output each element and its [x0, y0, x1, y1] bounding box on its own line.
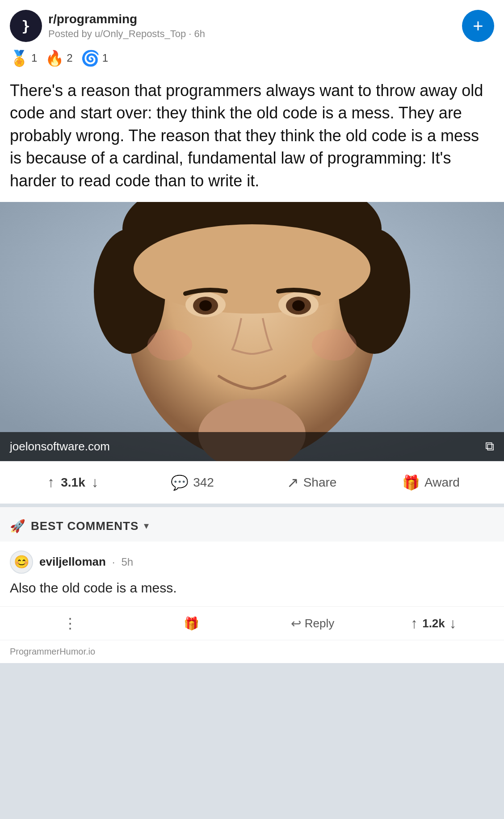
post-text: There's a reason that programmers always… — [10, 80, 494, 192]
comments-icon: 💬 — [171, 474, 189, 491]
vote-section: ↑ 3.1k ↓ — [13, 474, 133, 491]
comment-reply-action[interactable]: ↩ Reply — [252, 616, 373, 631]
post-body: There's a reason that programmers always… — [0, 76, 504, 202]
post-image-container[interactable]: joelonsoftware.com ⧉ — [0, 202, 504, 461]
comment-actions: ⋮ 🎁 ↩ Reply ↑ 1.2k ↓ — [0, 606, 504, 640]
upvote-button[interactable]: ↑ — [47, 474, 55, 491]
comments-section: 🚀 BEST COMMENTS ▾ 😊 eviljelloman · 5h Al… — [0, 504, 504, 640]
comment-header: 😊 eviljelloman · 5h — [10, 550, 494, 574]
comment-vote-count: 1.2k — [422, 617, 445, 630]
subreddit-name[interactable]: r/programming — [48, 12, 205, 26]
award-emoji-3: 🌀 — [81, 49, 100, 67]
svg-point-12 — [147, 329, 192, 361]
award-label: Award — [424, 475, 460, 490]
best-comments-header: 🚀 BEST COMMENTS ▾ — [0, 507, 504, 542]
award-item-2[interactable]: 🔥 2 — [45, 49, 72, 67]
comment-avatar[interactable]: 😊 — [10, 550, 33, 574]
share-icon: ↗ — [287, 474, 299, 491]
subreddit-icon-text: } — [21, 17, 30, 34]
comments-action[interactable]: 💬 342 — [133, 474, 252, 491]
downvote-button[interactable]: ↓ — [92, 474, 99, 491]
external-link-icon[interactable]: ⧉ — [485, 439, 494, 454]
awards-row: 🏅 1 🔥 2 🌀 1 — [0, 49, 504, 76]
add-button[interactable]: + — [462, 10, 494, 42]
post-header-left: } r/programming Posted by u/Only_Reposts… — [10, 10, 205, 42]
svg-point-11 — [292, 300, 305, 311]
face-svg — [0, 202, 504, 461]
add-icon: + — [473, 17, 483, 35]
svg-point-5 — [134, 224, 370, 314]
comment-downvote-button[interactable]: ↓ — [449, 615, 457, 632]
sort-icon: 🚀 — [10, 519, 25, 533]
post-meta: r/programming Posted by u/Only_Reposts_T… — [48, 12, 205, 40]
comment-upvote-button[interactable]: ↑ — [411, 615, 418, 632]
comment-age: 5h — [122, 556, 134, 568]
svg-point-13 — [312, 329, 357, 361]
reply-label: Reply — [305, 617, 334, 630]
comment-username[interactable]: eviljelloman — [39, 555, 106, 569]
svg-point-8 — [199, 300, 212, 311]
source-url[interactable]: joelonsoftware.com — [10, 440, 110, 454]
award-action[interactable]: 🎁 Award — [371, 474, 491, 491]
award-count-1: 1 — [31, 52, 37, 64]
best-comments-label[interactable]: BEST COMMENTS — [31, 519, 139, 533]
comment-avatar-icon: 😊 — [14, 554, 29, 569]
comment-award-action[interactable]: 🎁 — [131, 616, 252, 631]
reply-icon: ↩ — [291, 616, 301, 631]
award-item-1[interactable]: 🏅 1 — [10, 49, 37, 67]
footer-bar: ProgrammerHumor.io — [0, 640, 504, 663]
comments-count: 342 — [193, 475, 214, 490]
comment-time: · — [112, 556, 115, 568]
comment-text: Also the old code is a mess. — [10, 578, 494, 598]
comment-item: 😊 eviljelloman · 5h Also the old code is… — [0, 542, 504, 607]
award-item-3[interactable]: 🌀 1 — [81, 49, 108, 67]
comment-award-icon: 🎁 — [184, 616, 199, 631]
comment-more-options[interactable]: ⋮ — [10, 615, 131, 632]
post-image — [0, 202, 504, 461]
footer-brand: ProgrammerHumor.io — [10, 647, 95, 656]
comment-vote-section: ↑ 1.2k ↓ — [373, 615, 494, 632]
image-overlay: joelonsoftware.com ⧉ — [0, 432, 504, 461]
more-options-icon: ⋮ — [63, 615, 78, 632]
award-count-3: 1 — [102, 52, 108, 64]
award-count-2: 2 — [67, 52, 72, 64]
award-emoji-1: 🏅 — [10, 49, 29, 67]
post-card: } r/programming Posted by u/Only_Reposts… — [0, 0, 504, 663]
post-header: } r/programming Posted by u/Only_Reposts… — [0, 0, 504, 49]
share-label: Share — [303, 475, 337, 490]
award-emoji-2: 🔥 — [45, 49, 64, 67]
award-icon: 🎁 — [402, 474, 420, 491]
vote-count: 3.1k — [61, 475, 85, 490]
action-bar: ↑ 3.1k ↓ 💬 342 ↗ Share 🎁 Award — [0, 461, 504, 504]
subreddit-icon[interactable]: } — [10, 10, 42, 42]
sort-dropdown-icon[interactable]: ▾ — [144, 520, 149, 532]
share-action[interactable]: ↗ Share — [252, 474, 371, 491]
post-info: Posted by u/Only_Reposts_Top · 6h — [48, 28, 205, 40]
